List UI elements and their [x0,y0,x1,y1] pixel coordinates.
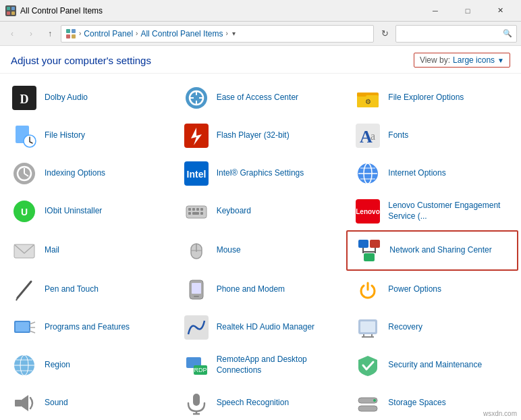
grid-item-power-options[interactable]: Power Options [346,271,518,309]
title-bar: All Control Panel Items ─ □ ✕ [0,0,521,22]
address-control-panel[interactable]: Control Panel [84,29,133,38]
programs-features-icon [11,314,38,341]
address-bar: › Control Panel › All Control Panel Item… [61,25,374,43]
grid-item-region[interactable]: Region [3,346,175,384]
grid-item-mouse[interactable]: Mouse [175,230,347,271]
intel-graphics-label[interactable]: Intel® Graphics Settings [217,168,304,179]
fonts-label[interactable]: Fonts [388,130,408,141]
power-options-label[interactable]: Power Options [388,284,441,295]
svg-rect-4 [66,29,70,33]
title-bar-left: All Control Panel Items [5,5,103,16]
grid-item-indexing-options[interactable]: Indexing Options [3,155,175,192]
window-icon [5,5,16,16]
keyboard-label[interactable]: Keyboard [217,206,251,217]
address-all-control-panel[interactable]: All Control Panel Items [140,29,223,38]
view-by-control[interactable]: View by: Large icons ▼ [414,53,510,68]
grid-item-remoteapp[interactable]: RDPRemoteApp and Desktop Connections [175,346,347,384]
pen-touch-label[interactable]: Pen and Touch [45,284,99,295]
sound-icon [11,390,38,417]
dolby-audio-label[interactable]: Dolby Audio [45,93,88,103]
forward-button[interactable]: › [23,26,39,42]
fonts-icon: Aa [354,122,381,149]
dolby-audio-icon: D [11,84,38,111]
nav-bar: ‹ › ↑ › Control Panel › All Control Pane… [0,22,521,46]
grid-item-file-explorer-options[interactable]: ⚙File Explorer Options [346,79,518,117]
items-grid: DDolby AudioEase of Access Center⚙File E… [3,79,518,420]
file-explorer-options-label[interactable]: File Explorer Options [388,93,464,103]
search-bar[interactable]: 🔍 [395,25,517,43]
file-history-label[interactable]: File History [45,130,85,141]
grid-item-mail[interactable]: Mail [3,230,175,271]
grid-item-iobit[interactable]: UIObit Uninstaller [3,192,175,230]
grid-item-programs-features[interactable]: Programs and Features [3,309,175,346]
indexing-options-icon [11,160,38,187]
grid-item-file-history[interactable]: File History [3,117,175,155]
mouse-label[interactable]: Mouse [217,245,241,256]
refresh-button[interactable]: ↻ [377,25,393,43]
pen-touch-icon [11,276,38,303]
svg-rect-1 [11,7,15,10]
address-chevron-1: › [79,30,81,37]
svg-rect-42 [192,208,195,211]
minimize-button[interactable]: ─ [420,0,451,22]
mail-label[interactable]: Mail [45,245,59,256]
address-dropdown-btn[interactable]: ▾ [232,30,236,37]
svg-point-92 [373,399,376,402]
address-chevron-2: › [136,30,138,37]
view-by-value[interactable]: Large icons [453,55,495,65]
svg-rect-44 [200,208,203,211]
grid-item-network-sharing[interactable]: Network and Sharing Center [346,230,518,271]
address-chevron-3: › [225,30,227,37]
sound-label[interactable]: Sound [45,398,68,409]
close-button[interactable]: ✕ [485,0,516,22]
grid-item-fonts[interactable]: AaFonts [346,117,518,155]
speech-recognition-label[interactable]: Speech Recognition [217,398,289,409]
back-button[interactable]: ‹ [4,26,20,42]
svg-rect-18 [357,93,366,97]
svg-rect-85 [15,400,22,406]
storage-spaces-label[interactable]: Storage Spaces [388,398,445,409]
grid-item-speech-recognition[interactable]: Speech Recognition [175,384,347,420]
maximize-button[interactable]: □ [452,0,483,22]
recovery-label[interactable]: Recovery [388,322,422,333]
svg-rect-73 [360,321,375,332]
network-sharing-label[interactable]: Network and Sharing Center [389,245,491,256]
indexing-options-label[interactable]: Indexing Options [45,168,105,179]
realtek-audio-label[interactable]: Realtek HD Audio Manager [217,322,314,333]
grid-item-phone-modem[interactable]: Phone and Modem [175,271,347,309]
ease-of-access-icon [183,84,210,111]
grid-item-ease-of-access[interactable]: Ease of Access Center [175,79,347,117]
remoteapp-label[interactable]: RemoteApp and Desktop Connections [217,355,339,375]
security-maintenance-label[interactable]: Security and Maintenance [388,360,482,371]
iobit-label[interactable]: IObit Uninstaller [45,206,102,217]
ease-of-access-label[interactable]: Ease of Access Center [217,93,298,103]
grid-item-security-maintenance[interactable]: Security and Maintenance [346,346,518,384]
view-by-chevron-icon: ▼ [497,57,504,64]
page-title: Adjust your computer's settings [11,55,151,66]
phone-modem-label[interactable]: Phone and Modem [217,284,285,295]
search-input[interactable] [400,29,503,38]
programs-features-label[interactable]: Programs and Features [45,322,130,333]
grid-item-internet-options[interactable]: Internet Options [346,155,518,192]
grid-item-flash-player[interactable]: Flash Player (32-bit) [175,117,347,155]
svg-text:a: a [371,130,375,142]
lenovo-customer-label[interactable]: Lenovo Customer Engagement Service (... [388,201,510,221]
grid-item-lenovo-customer[interactable]: LenovoLenovo Customer Engagement Service… [346,192,518,230]
grid-item-pen-touch[interactable]: Pen and Touch [3,271,175,309]
content-header: Adjust your computer's settings View by:… [0,46,521,74]
address-icon [65,28,76,39]
grid-item-keyboard[interactable]: Keyboard [175,192,347,230]
security-maintenance-icon [354,352,381,379]
flash-player-label[interactable]: Flash Player (32-bit) [217,130,290,141]
grid-item-intel-graphics[interactable]: IntelIntel® Graphics Settings [175,155,347,192]
region-label[interactable]: Region [45,360,70,371]
grid-item-realtek-audio[interactable]: Realtek HD Audio Manager [175,309,347,346]
up-button[interactable]: ↑ [42,26,58,42]
grid-item-recovery[interactable]: Recovery [346,309,518,346]
internet-options-label[interactable]: Internet Options [388,168,445,179]
svg-rect-46 [192,212,199,215]
svg-rect-7 [72,34,76,38]
grid-item-sound[interactable]: Sound [3,384,175,420]
grid-item-dolby-audio[interactable]: DDolby Audio [3,79,175,117]
flash-player-icon [183,122,210,149]
